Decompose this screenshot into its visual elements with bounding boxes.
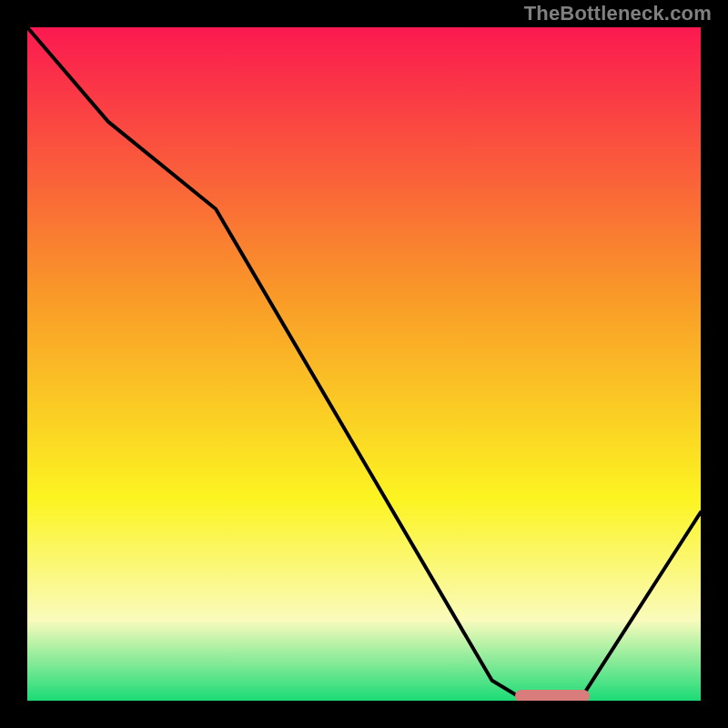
optimum-range-marker xyxy=(515,690,590,703)
chart-frame: TheBottleneck.com xyxy=(0,0,728,728)
attribution-watermark: TheBottleneck.com xyxy=(524,2,712,25)
plot-svg xyxy=(27,27,701,701)
gradient-background xyxy=(27,27,701,701)
plot-area xyxy=(25,25,703,703)
